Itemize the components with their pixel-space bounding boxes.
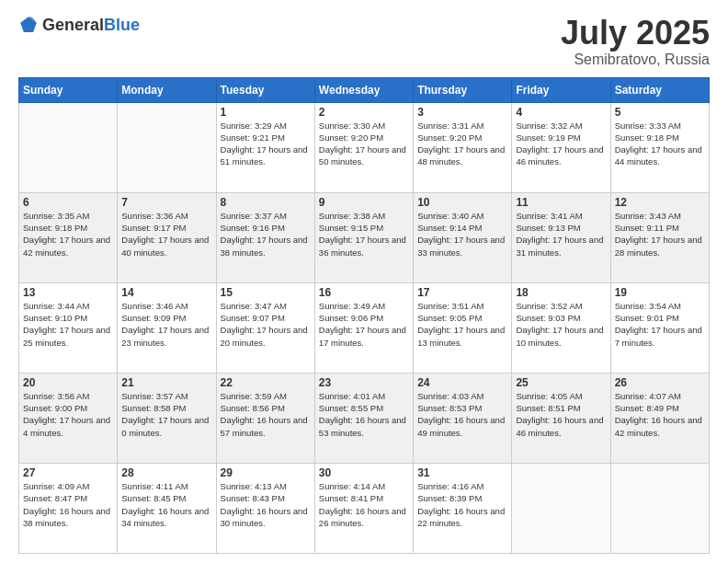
day-number: 29 (221, 466, 311, 479)
day-info: Sunrise: 4:05 AM Sunset: 8:51 PM Dayligh… (516, 390, 606, 439)
svg-marker-0 (20, 17, 37, 32)
calendar-cell: 3Sunrise: 3:31 AM Sunset: 9:20 PM Daylig… (414, 102, 512, 192)
day-info: Sunrise: 3:49 AM Sunset: 9:06 PM Dayligh… (319, 300, 409, 349)
calendar-cell: 23Sunrise: 4:01 AM Sunset: 8:55 PM Dayli… (314, 373, 413, 463)
day-info: Sunrise: 4:13 AM Sunset: 8:43 PM Dayligh… (221, 480, 311, 529)
calendar-cell: 27Sunrise: 4:09 AM Sunset: 8:47 PM Dayli… (19, 463, 118, 553)
calendar-cell: 19Sunrise: 3:54 AM Sunset: 9:01 PM Dayli… (610, 282, 709, 373)
day-number: 11 (516, 196, 606, 209)
day-info: Sunrise: 3:29 AM Sunset: 9:21 PM Dayligh… (221, 120, 311, 168)
day-info: Sunrise: 4:14 AM Sunset: 8:41 PM Dayligh… (319, 480, 409, 529)
calendar-cell (610, 463, 709, 553)
day-number: 25 (516, 376, 606, 389)
day-info: Sunrise: 3:46 AM Sunset: 9:09 PM Dayligh… (121, 300, 211, 349)
day-number: 17 (417, 286, 507, 299)
calendar-cell: 21Sunrise: 3:57 AM Sunset: 8:58 PM Dayli… (118, 373, 216, 463)
day-info: Sunrise: 3:52 AM Sunset: 9:03 PM Dayligh… (516, 300, 606, 349)
calendar-cell: 12Sunrise: 3:43 AM Sunset: 9:11 PM Dayli… (610, 192, 709, 282)
day-number: 26 (615, 376, 705, 389)
calendar-cell: 24Sunrise: 4:03 AM Sunset: 8:53 PM Dayli… (414, 373, 512, 463)
main-title: July 2025 (561, 15, 710, 52)
day-number: 16 (319, 286, 409, 299)
calendar-day-header: Tuesday (216, 77, 314, 102)
logo: GeneralBlue (18, 15, 140, 35)
day-info: Sunrise: 4:01 AM Sunset: 8:55 PM Dayligh… (319, 390, 409, 439)
calendar-cell: 7Sunrise: 3:36 AM Sunset: 9:17 PM Daylig… (118, 192, 216, 282)
day-info: Sunrise: 3:47 AM Sunset: 9:07 PM Dayligh… (221, 300, 311, 349)
calendar-day-header: Sunday (19, 77, 118, 102)
day-number: 20 (23, 376, 113, 389)
calendar-day-header: Saturday (610, 77, 709, 102)
day-number: 2 (319, 106, 409, 119)
day-number: 28 (121, 466, 211, 479)
day-info: Sunrise: 3:44 AM Sunset: 9:10 PM Dayligh… (23, 300, 113, 349)
calendar-week-row: 1Sunrise: 3:29 AM Sunset: 9:21 PM Daylig… (19, 102, 710, 192)
day-number: 9 (319, 196, 409, 209)
day-info: Sunrise: 3:43 AM Sunset: 9:11 PM Dayligh… (615, 210, 705, 259)
day-number: 6 (23, 196, 113, 209)
day-number: 23 (319, 376, 409, 389)
calendar-cell: 13Sunrise: 3:44 AM Sunset: 9:10 PM Dayli… (19, 282, 118, 373)
day-number: 10 (417, 196, 507, 209)
calendar-cell: 29Sunrise: 4:13 AM Sunset: 8:43 PM Dayli… (216, 463, 314, 553)
calendar-header-row: SundayMondayTuesdayWednesdayThursdayFrid… (19, 77, 710, 102)
calendar-cell: 22Sunrise: 3:59 AM Sunset: 8:56 PM Dayli… (216, 373, 314, 463)
calendar-cell: 6Sunrise: 3:35 AM Sunset: 9:18 PM Daylig… (19, 192, 118, 282)
day-number: 18 (516, 286, 606, 299)
calendar-cell (118, 102, 216, 192)
calendar-cell: 1Sunrise: 3:29 AM Sunset: 9:21 PM Daylig… (216, 102, 314, 192)
calendar-cell: 9Sunrise: 3:38 AM Sunset: 9:15 PM Daylig… (314, 192, 413, 282)
day-number: 14 (121, 286, 211, 299)
calendar-day-header: Thursday (414, 77, 512, 102)
day-info: Sunrise: 4:11 AM Sunset: 8:45 PM Dayligh… (121, 480, 211, 529)
calendar-cell: 2Sunrise: 3:30 AM Sunset: 9:20 PM Daylig… (314, 102, 413, 192)
day-number: 4 (516, 106, 606, 119)
day-number: 15 (221, 286, 311, 299)
calendar-cell: 31Sunrise: 4:16 AM Sunset: 8:39 PM Dayli… (414, 463, 512, 553)
day-info: Sunrise: 4:07 AM Sunset: 8:49 PM Dayligh… (615, 390, 705, 439)
calendar-cell: 18Sunrise: 3:52 AM Sunset: 9:03 PM Dayli… (512, 282, 610, 373)
day-info: Sunrise: 4:03 AM Sunset: 8:53 PM Dayligh… (417, 390, 507, 439)
calendar-cell: 14Sunrise: 3:46 AM Sunset: 9:09 PM Dayli… (118, 282, 216, 373)
calendar-cell (19, 102, 118, 192)
calendar-week-row: 6Sunrise: 3:35 AM Sunset: 9:18 PM Daylig… (19, 192, 710, 282)
day-number: 3 (417, 106, 507, 119)
calendar-cell (512, 463, 610, 553)
title-block: July 2025 Semibratovo, Russia (561, 15, 710, 68)
calendar-cell: 8Sunrise: 3:37 AM Sunset: 9:16 PM Daylig… (216, 192, 314, 282)
day-number: 12 (615, 196, 705, 209)
day-info: Sunrise: 3:31 AM Sunset: 9:20 PM Dayligh… (417, 120, 507, 168)
day-number: 5 (615, 106, 705, 119)
page: GeneralBlue July 2025 Semibratovo, Russi… (0, 0, 728, 563)
calendar-day-header: Monday (118, 77, 216, 102)
calendar-day-header: Wednesday (314, 77, 413, 102)
calendar-table: SundayMondayTuesdayWednesdayThursdayFrid… (18, 77, 710, 554)
calendar-cell: 20Sunrise: 3:56 AM Sunset: 9:00 PM Dayli… (19, 373, 118, 463)
day-info: Sunrise: 3:57 AM Sunset: 8:58 PM Dayligh… (121, 390, 211, 439)
day-info: Sunrise: 3:40 AM Sunset: 9:14 PM Dayligh… (417, 210, 507, 259)
calendar-cell: 26Sunrise: 4:07 AM Sunset: 8:49 PM Dayli… (610, 373, 709, 463)
day-number: 8 (221, 196, 311, 209)
calendar-week-row: 20Sunrise: 3:56 AM Sunset: 9:00 PM Dayli… (19, 373, 710, 463)
day-info: Sunrise: 3:59 AM Sunset: 8:56 PM Dayligh… (221, 390, 311, 439)
day-number: 22 (221, 376, 311, 389)
day-info: Sunrise: 3:51 AM Sunset: 9:05 PM Dayligh… (417, 300, 507, 349)
day-info: Sunrise: 4:09 AM Sunset: 8:47 PM Dayligh… (23, 480, 113, 529)
calendar-cell: 4Sunrise: 3:32 AM Sunset: 9:19 PM Daylig… (512, 102, 610, 192)
day-number: 7 (121, 196, 211, 209)
calendar-cell: 25Sunrise: 4:05 AM Sunset: 8:51 PM Dayli… (512, 373, 610, 463)
day-info: Sunrise: 3:32 AM Sunset: 9:19 PM Dayligh… (516, 120, 606, 168)
day-number: 13 (23, 286, 113, 299)
day-info: Sunrise: 3:54 AM Sunset: 9:01 PM Dayligh… (615, 300, 705, 349)
day-number: 31 (417, 466, 507, 479)
calendar-week-row: 27Sunrise: 4:09 AM Sunset: 8:47 PM Dayli… (19, 463, 710, 553)
day-info: Sunrise: 3:56 AM Sunset: 9:00 PM Dayligh… (23, 390, 113, 439)
subtitle: Semibratovo, Russia (561, 52, 710, 68)
day-info: Sunrise: 3:35 AM Sunset: 9:18 PM Dayligh… (23, 210, 113, 259)
day-number: 19 (615, 286, 705, 299)
day-number: 27 (23, 466, 113, 479)
header: GeneralBlue July 2025 Semibratovo, Russi… (18, 15, 710, 68)
day-info: Sunrise: 3:41 AM Sunset: 9:13 PM Dayligh… (516, 210, 606, 259)
calendar-cell: 5Sunrise: 3:33 AM Sunset: 9:18 PM Daylig… (610, 102, 709, 192)
calendar-cell: 28Sunrise: 4:11 AM Sunset: 8:45 PM Dayli… (118, 463, 216, 553)
